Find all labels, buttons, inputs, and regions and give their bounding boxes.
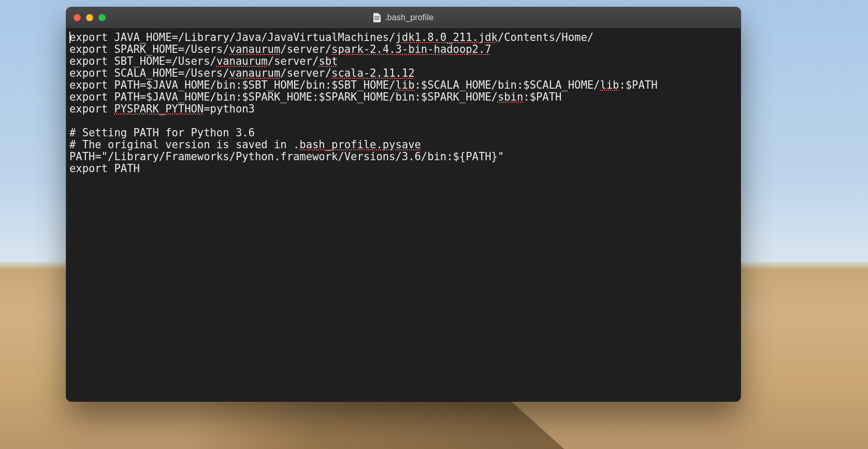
editor-window: .bash_profile export JAVA_HOME=/Library/… xyxy=(66,7,741,401)
window-title: .bash_profile xyxy=(385,13,433,22)
file-content[interactable]: export JAVA_HOME=/Library/Java/JavaVirtu… xyxy=(69,32,737,175)
text-cursor xyxy=(69,32,70,43)
zoom-icon[interactable] xyxy=(98,14,106,21)
traffic-lights xyxy=(66,14,106,21)
window-titlebar[interactable]: .bash_profile xyxy=(66,7,741,29)
desktop-background: .bash_profile export JAVA_HOME=/Library/… xyxy=(0,0,868,449)
close-icon[interactable] xyxy=(74,14,81,21)
minimize-icon[interactable] xyxy=(86,14,93,21)
document-icon xyxy=(373,13,381,22)
title-center: .bash_profile xyxy=(66,13,741,22)
editor-area[interactable]: export JAVA_HOME=/Library/Java/JavaVirtu… xyxy=(66,29,741,401)
